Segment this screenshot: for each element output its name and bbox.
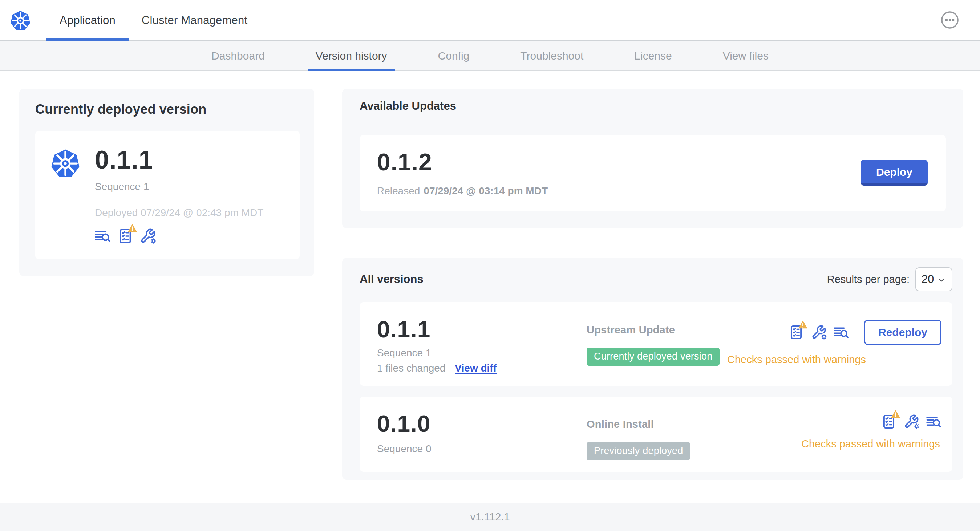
released-prefix: Released [377,185,420,197]
gear-icon [149,237,158,245]
preflight-status-text: Checks passed with warnings [727,354,942,366]
results-per-page-select[interactable]: 20 [915,267,952,291]
overflow-menu-button[interactable] [941,11,959,29]
logs-icon[interactable] [926,414,942,429]
console-version: v1.112.1 [470,511,510,523]
row-version-number: 0.1.0 [377,410,587,437]
view-diff-link[interactable]: View diff [455,362,496,374]
version-row-0-1-0: 0.1.0 Sequence 0 Online Install Previous… [360,397,952,472]
tab-license[interactable]: License [626,41,679,70]
version-row-right: Checks passed with warnings [801,410,942,450]
logs-icon[interactable] [834,325,849,340]
currently-deployed-title: Currently deployed version [35,102,300,117]
gear-icon [820,333,828,341]
version-source: Upstream Update [587,324,727,336]
version-row-middle: Upstream Update Currently deployed versi… [587,316,727,366]
tab-dashboard[interactable]: Dashboard [204,41,273,70]
config-wrench-icon[interactable] [904,414,919,429]
config-wrench-icon[interactable] [811,325,826,340]
kubernetes-logo-icon [10,9,31,32]
released-date: 07/29/24 @ 03:14 pm MDT [423,185,548,197]
current-deployed-timestamp: Deployed 07/29/24 @ 02:43 pm MDT [95,207,263,219]
update-version-number: 0.1.2 [377,148,548,176]
update-released-timestamp: Released07/29/24 @ 03:14 pm MDT [377,185,548,197]
warning-triangle-icon [127,223,137,232]
row-sequence: Sequence 1 [377,347,587,359]
currently-deployed-card: 0.1.1 Sequence 1 Deployed 07/29/24 @ 02:… [35,131,300,259]
preflight-checks-warning-icon[interactable] [117,228,133,244]
update-info: 0.1.2 Released07/29/24 @ 03:14 pm MDT [377,148,548,197]
current-version-info: 0.1.1 Sequence 1 Deployed 07/29/24 @ 02:… [95,145,263,244]
primary-nav: Application Cluster Management [46,0,261,40]
version-row-middle: Online Install Previously deployed [587,410,801,460]
logs-icon[interactable] [95,228,111,244]
footer: v1.112.1 [0,503,980,531]
version-row-0-1-1: 0.1.1 Sequence 1 1 files changed View di… [360,302,952,386]
tab-version-history[interactable]: Version history [308,41,395,70]
all-versions-title: All versions [360,273,423,286]
status-badge-currently-deployed: Currently deployed version [587,348,719,366]
top-navbar: Application Cluster Management [0,0,980,41]
available-updates-panel: Available Updates 0.1.2 Released07/29/24… [342,89,963,228]
main-content: Currently deployed version 0.1.1 Sequenc… [0,71,980,480]
warning-triangle-icon [891,409,900,418]
chevron-down-icon [937,275,946,285]
available-update-row: 0.1.2 Released07/29/24 @ 03:14 pm MDT De… [360,135,946,211]
all-versions-header: All versions Results per page: 20 [360,267,952,291]
current-sequence: Sequence 1 [95,181,263,192]
version-source: Online Install [587,418,801,431]
config-wrench-icon[interactable] [140,228,156,244]
files-changed-text: 1 files changed [377,362,445,374]
version-row-right: Redeploy Checks passed with warnings [727,316,942,366]
results-per-page: Results per page: 20 [827,267,952,291]
tab-config[interactable]: Config [430,41,478,70]
nav-tab-application[interactable]: Application [46,0,129,40]
currently-deployed-panel: Currently deployed version 0.1.1 Sequenc… [19,89,314,276]
available-updates-title: Available Updates [360,100,946,113]
row-version-number: 0.1.1 [377,316,587,343]
files-changed-line: 1 files changed View diff [377,362,587,374]
results-per-page-value: 20 [921,273,934,286]
version-row-left: 0.1.0 Sequence 0 [377,410,587,455]
current-version-actions [95,228,263,244]
preflight-checks-warning-icon[interactable] [881,414,896,429]
app-subnav: Dashboard Version history Config Trouble… [0,41,980,71]
version-actions [881,414,942,429]
version-actions: Redeploy [789,320,942,345]
gear-icon [912,422,921,431]
tab-troubleshoot[interactable]: Troubleshoot [512,41,591,70]
preflight-checks-warning-icon[interactable] [789,325,804,340]
right-column: Available Updates 0.1.2 Released07/29/24… [342,89,963,480]
current-version-number: 0.1.1 [95,145,263,174]
row-sequence: Sequence 0 [377,443,587,455]
ellipsis-icon [941,11,959,29]
tab-view-files[interactable]: View files [715,41,776,70]
version-row-left: 0.1.1 Sequence 1 1 files changed View di… [377,316,587,374]
kubernetes-app-icon [50,147,81,180]
status-badge-previously-deployed: Previously deployed [587,442,690,460]
nav-tab-cluster-management[interactable]: Cluster Management [129,0,261,40]
results-per-page-label: Results per page: [827,273,910,286]
deploy-button[interactable]: Deploy [861,160,928,186]
preflight-status-text: Checks passed with warnings [801,438,942,450]
redeploy-button[interactable]: Redeploy [864,320,942,345]
warning-triangle-icon [798,320,808,329]
all-versions-panel: All versions Results per page: 20 0.1.1 … [342,258,963,480]
